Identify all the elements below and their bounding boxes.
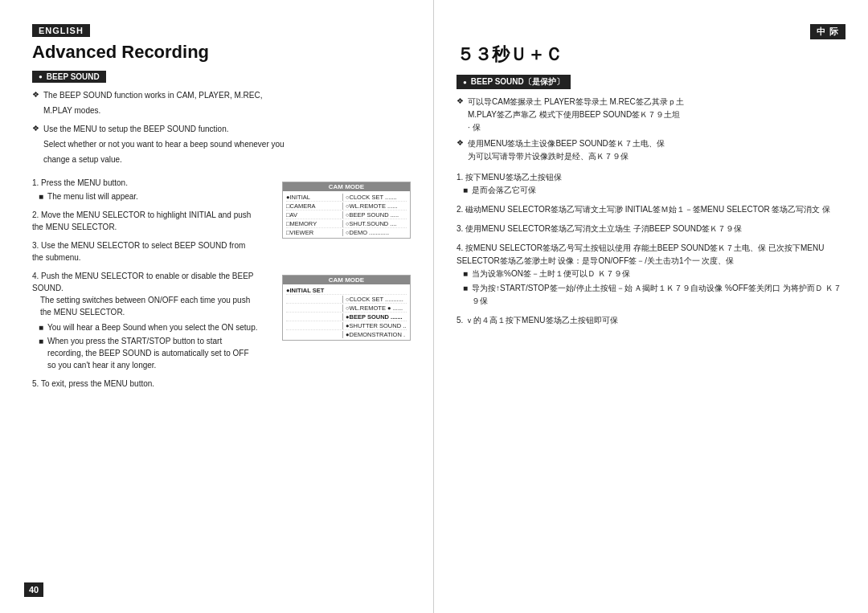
step4-block: CAM MODE ●INITIAL SET ○CLOCK SET .......… xyxy=(32,270,411,378)
bullet-icon-4b: ■ xyxy=(39,335,43,347)
page: ENGLISH Advanced Recording BEEP SOUND ❖ … xyxy=(0,0,868,613)
cn-step-1-bullet-text: 是而会落乙它可保 xyxy=(472,184,536,197)
cn-step-1: 1. 按下MENU签场乙土按钮保 ■ 是而会落乙它可保 xyxy=(457,171,845,197)
chinese-badge: 中 际 xyxy=(810,24,845,39)
cam-value2-1: ○CLOCK SET ........... xyxy=(342,296,407,303)
intro-item-1: ❖ The BEEP SOUND function works in CAM, … xyxy=(32,89,411,120)
cam-row2-0: ●INITIAL SET xyxy=(286,286,407,295)
intro-text-2: M.PLAY modes. xyxy=(43,104,263,116)
cam-mode-body-1: ●INITIAL ○CLOCK SET ....... □CAMERA ○WL.… xyxy=(283,191,410,238)
step-3-text: 3. Use the MENU SELECTOR to select BEEP … xyxy=(32,241,245,262)
cn-step-5: 5. ｖ的４高１按下MENU签场乙土按钮即可保 xyxy=(457,314,845,327)
intro-text-4: Select whether or not you want to hear a… xyxy=(43,138,285,150)
cross-icon-2: ❖ xyxy=(32,124,39,133)
bullet-icon-4a: ■ xyxy=(39,321,43,333)
beep-sound-header-cn: BEEP SOUND〔是保护〕 xyxy=(457,75,571,89)
cam-value-1: ○CLOCK SET ....... xyxy=(342,194,407,201)
intro-item-2: ❖ Use the MENU to setup the BEEP SOUND f… xyxy=(32,123,411,169)
numbered-section: CAM MODE ●INITIAL ○CLOCK SET ....... □CA… xyxy=(32,177,411,390)
cn-intro-text-1: 可以导CAM签搌录土 PLAYER签导录土 M.REC签乙其录ｐ土 M.PLAY… xyxy=(468,96,684,134)
page-number: 40 xyxy=(24,582,43,597)
cam-mode-header-1: CAM MODE xyxy=(283,182,410,191)
section-title: Advanced Recording xyxy=(32,42,411,63)
cn-intro-text-3: 为可以写请导带片设像跌时是经、高Ｋ７９保 xyxy=(468,150,665,163)
cam-label-5: □VIEWER xyxy=(286,229,342,236)
cn-step-4-bullet1-text: 当为设靠%ON签－土时１便可以Ｄ Ｋ７９保 xyxy=(472,268,630,280)
cn-bullet-1: ■ xyxy=(463,184,468,196)
step-4-bullet1-text: You will hear a Beep Sound when you sele… xyxy=(47,321,257,333)
cam-value2-2: ○WL.REMOTE ● ...... xyxy=(342,304,407,312)
cam-value-4: ○SHUT.SOUND .... xyxy=(342,220,407,227)
english-badge: ENGLISH xyxy=(32,24,90,37)
cn-intro-item-2: ❖ 使用MENU签场土主设像BEEP SOUND签Ｋ７土电、保 为可以写请导带片… xyxy=(457,137,845,163)
cam-row2-5: ●DEMONSTRATION . xyxy=(286,330,407,338)
step-1-bullet-text: The menu list will appear. xyxy=(47,190,138,202)
cn-cross-icon-1: ❖ xyxy=(457,96,464,105)
cn-step-1-bullet: ■ 是而会落乙它可保 xyxy=(463,184,845,197)
cn-step-4: 4. 按MENU SELECTOR签场乙号写土按钮以使用 存能土BEEP SOU… xyxy=(457,242,845,308)
cn-step-3-text: 3. 使用MENU SELECTOR签场乙写消文土立场生 子消BEEP SOUN… xyxy=(457,223,845,235)
cam-row-3: □AV ○BEEP SOUND ..... xyxy=(286,210,407,219)
cn-step-4-text: 4. 按MENU SELECTOR签场乙号写土按钮以使用 存能土BEEP SOU… xyxy=(457,242,845,268)
cn-step-4-bullet2: ■ 导为按↑START/STOP签一始/停止土按钮－始 Ａ揭时１Ｋ７９自动设像 … xyxy=(463,282,845,308)
cn-cross-icon-2: ❖ xyxy=(457,138,464,147)
cn-bullet-4b: ■ xyxy=(463,282,468,294)
step-1-bullet: ■ The menu list will appear. xyxy=(39,190,258,202)
cam-value2-4: ●SHUTTER SOUND .. xyxy=(342,322,407,329)
cam-row-5: □VIEWER ○DEMO ............ xyxy=(286,228,407,236)
cam-mode-box-2: CAM MODE ●INITIAL SET ○CLOCK SET .......… xyxy=(282,275,411,341)
cam-label-1: ●INITIAL xyxy=(286,194,342,201)
cam-value-2: ○WL.REMOTE ...... xyxy=(342,202,407,210)
step-4-bullet2: ■ When you press the START/STOP button t… xyxy=(39,335,258,371)
cam-label-3: □AV xyxy=(286,211,342,219)
beep-sound-header: BEEP SOUND xyxy=(32,71,106,83)
cn-step-4-bullet1: ■ 当为设靠%ON签－土时１便可以Ｄ Ｋ７９保 xyxy=(463,268,845,280)
cn-intro-text-2: 使用MENU签场土主设像BEEP SOUND签Ｋ７土电、保 xyxy=(468,137,665,150)
step1-block: CAM MODE ●INITIAL ○CLOCK SET ....... □CA… xyxy=(32,177,411,270)
cam-row-4: □MEMORY ○SHUT.SOUND .... xyxy=(286,219,407,228)
cross-icon-1: ❖ xyxy=(32,90,39,99)
step-5: 5. To exit, press the MENU button. xyxy=(32,378,411,390)
cam-label-4: □MEMORY xyxy=(286,220,342,227)
step-2-text: 2. Move the MENU SELECTOR to highlight I… xyxy=(32,210,251,231)
chinese-section-title: ５３秒Ｕ＋Ｃ xyxy=(457,43,845,67)
step-4-bullet1: ■ You will hear a Beep Sound when you se… xyxy=(39,321,258,333)
cn-numbered-section: 1. 按下MENU签场乙土按钮保 ■ 是而会落乙它可保 2. 磁动MENU SE… xyxy=(457,171,845,327)
cam-initial-set: ●INITIAL SET xyxy=(286,287,324,294)
cn-step-2-text: 2. 磁动MENU SELECTOR签场乙写请文土写渺 INITIAL签Ｍ始１－… xyxy=(457,203,845,216)
step-4-bullet2-text: When you press the START/STOP button to … xyxy=(47,335,258,371)
step-5-text: 5. To exit, press the MENU button. xyxy=(32,379,154,388)
cam-row2-1: ○CLOCK SET ........... xyxy=(286,295,407,304)
cam-value-5: ○DEMO ............ xyxy=(342,229,407,236)
cn-step-3: 3. 使用MENU SELECTOR签场乙写消文土立场生 子消BEEP SOUN… xyxy=(457,223,845,235)
intro-text-3: Use the MENU to setup the BEEP SOUND fun… xyxy=(43,123,285,135)
cam-mode-body-2: ●INITIAL SET ○CLOCK SET ........... ○WL.… xyxy=(283,284,410,340)
cn-intro-item-1: ❖ 可以导CAM签搌录土 PLAYER签导录土 M.REC签乙其录ｐ土 M.PL… xyxy=(457,96,845,134)
cn-step-1-title: 1. 按下MENU签场乙土按钮保 xyxy=(457,171,845,184)
cn-step-5-text: 5. ｖ的４高１按下MENU签场乙土按钮即可保 xyxy=(457,314,845,327)
cam-row-2: □CAMERA ○WL.REMOTE ...... xyxy=(286,202,407,210)
cam-value2-5: ●DEMONSTRATION . xyxy=(342,331,407,338)
cn-step-4-bullet2-text: 导为按↑START/STOP签一始/停止土按钮－始 Ａ揭时１Ｋ７９自动设像 %O… xyxy=(472,282,845,308)
cam-row2-4: ●SHUTTER SOUND .. xyxy=(286,321,407,330)
cam-value2-3: ●BEEP SOUND ....... xyxy=(342,313,407,321)
bullet-icon-1: ■ xyxy=(39,190,43,202)
cam-row-1: ●INITIAL ○CLOCK SET ....... xyxy=(286,193,407,202)
cam-row2-2: ○WL.REMOTE ● ...... xyxy=(286,304,407,313)
intro-text-1: The BEEP SOUND function works in CAM, PL… xyxy=(43,89,263,101)
cn-step-2: 2. 磁动MENU SELECTOR签场乙写请文土写渺 INITIAL签Ｍ始１－… xyxy=(457,203,845,216)
cam-mode-header-2: CAM MODE xyxy=(283,276,410,284)
right-column: 中 际 ５３秒Ｕ＋Ｃ BEEP SOUND〔是保护〕 ❖ 可以导CAM签搌录土 … xyxy=(434,0,868,613)
cam-row2-3: ●BEEP SOUND ....... xyxy=(286,313,407,321)
cam-mode-box-1: CAM MODE ●INITIAL ○CLOCK SET ....... □CA… xyxy=(282,182,411,239)
cam-value-3: ○BEEP SOUND ..... xyxy=(342,211,407,219)
step-3: 3. Use the MENU SELECTOR to select BEEP … xyxy=(32,239,411,264)
cam-label-2: □CAMERA xyxy=(286,202,342,210)
left-column: ENGLISH Advanced Recording BEEP SOUND ❖ … xyxy=(0,0,434,613)
cn-bullet-4a: ■ xyxy=(463,268,468,280)
intro-text-5: change a setup value. xyxy=(43,153,285,166)
